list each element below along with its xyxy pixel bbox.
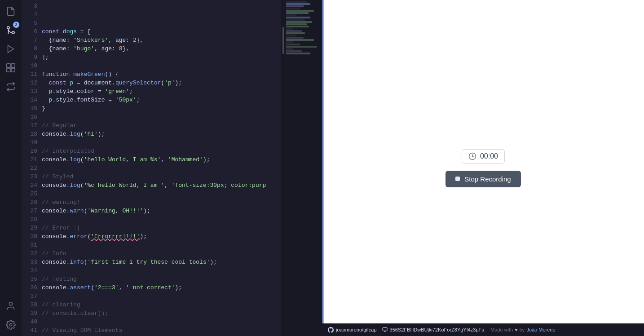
stop-recording-button[interactable]: Stop Recording — [446, 171, 520, 187]
status-bar: joaomoreno/gifcap 356S2FBHDwBUjki72KoFor… — [322, 323, 644, 336]
recording-area: 00:00 Stop Recording — [322, 0, 644, 336]
commit-hash-item[interactable]: 356S2FBHDwBUjki72KoForZ8YgYf4z3pFa — [382, 327, 485, 332]
stop-dot-icon — [455, 177, 460, 181]
scrollbar[interactable] — [281, 0, 284, 336]
stop-recording-label: Stop Recording — [464, 175, 511, 183]
svg-point-7 — [9, 302, 12, 305]
svg-point-0 — [12, 31, 15, 34]
run-debug-icon[interactable] — [3, 41, 18, 57]
editor-area: 3 4 5 6 7 8 9 10 11 12 13 14 15 16 17 18… — [22, 0, 322, 336]
remote-icon[interactable] — [3, 79, 18, 94]
code-content[interactable]: const dogs = [ {name: 'Snickers', age: 2… — [42, 0, 281, 336]
clock-icon — [468, 152, 476, 160]
right-panel: 00:00 Stop Recording joaomoreno/gifcap 3… — [322, 0, 644, 336]
line-numbers: 3 4 5 6 7 8 9 10 11 12 13 14 15 16 17 18… — [22, 0, 42, 336]
minimap — [284, 0, 322, 336]
author-link[interactable]: João Moreno — [526, 327, 555, 332]
svg-rect-6 — [11, 68, 15, 72]
commit-hash-label: 356S2FBHDwBUjki72KoForZ8YgYf4z3pFa — [390, 327, 485, 332]
github-label: joaomoreno/gifcap — [336, 327, 377, 332]
timer-value: 00:00 — [480, 152, 498, 160]
svg-rect-10 — [383, 328, 387, 331]
svg-rect-4 — [11, 64, 15, 67]
account-icon[interactable] — [3, 298, 18, 314]
files-icon[interactable] — [3, 4, 18, 19]
heart-icon: ♥ — [515, 327, 518, 332]
svg-rect-5 — [7, 68, 10, 72]
svg-rect-3 — [7, 64, 10, 67]
github-item[interactable]: joaomoreno/gifcap — [328, 327, 377, 333]
settings-icon[interactable] — [3, 317, 18, 332]
svg-point-8 — [9, 323, 12, 326]
panel-drag-handle[interactable] — [322, 0, 324, 336]
extensions-icon[interactable] — [3, 60, 18, 75]
timer-display: 00:00 — [462, 149, 505, 164]
svg-marker-2 — [8, 45, 14, 53]
monitor-icon — [382, 327, 388, 332]
made-with-text: Made with ♥ by João Moreno — [490, 327, 556, 332]
activity-bar — [0, 0, 22, 336]
github-icon — [328, 327, 334, 333]
svg-point-1 — [7, 27, 10, 29]
source-control-icon[interactable] — [3, 22, 18, 38]
